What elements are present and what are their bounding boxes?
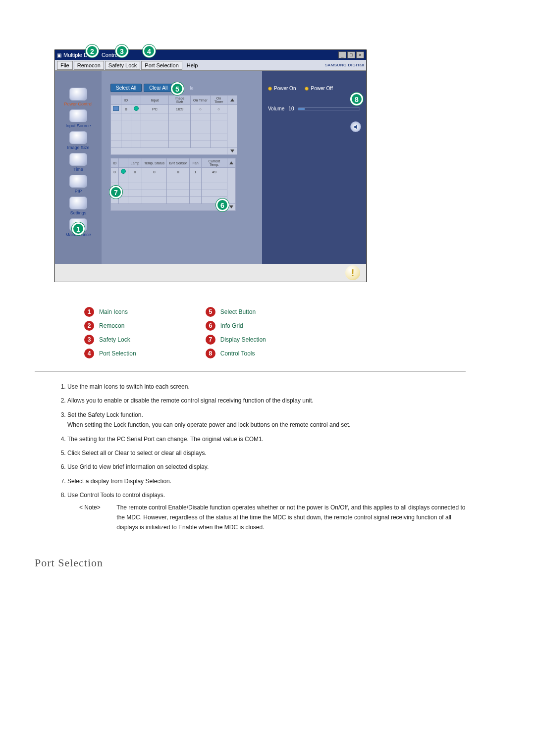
mdc-app-window: 2 3 4 5 8 6 7 1 ▣ Multiple D Control _ □… <box>54 50 367 282</box>
grid1-h5: On Timer <box>191 96 211 105</box>
volume-label: Volume <box>268 106 284 111</box>
grid1-scroll-up[interactable] <box>227 96 237 105</box>
select-all-button[interactable]: Select All <box>110 84 142 92</box>
max-button[interactable]: □ <box>347 51 355 58</box>
callout-7: 7 <box>109 186 122 199</box>
legend: 1Main Icons 2Remocon 3Safety Lock 4Port … <box>84 307 476 362</box>
settings-icon <box>69 197 87 209</box>
callout-5: 5 <box>171 82 184 95</box>
g2-h1 <box>119 158 128 168</box>
menu-port-selection[interactable]: Port Selection <box>141 61 182 70</box>
desc-8: Use Control Tools to control displays. <… <box>67 490 476 533</box>
sidebar-pip[interactable]: PIP <box>55 173 102 195</box>
legend-num-5: 5 <box>206 307 215 317</box>
grid1-ontimer2: ○ <box>211 105 227 113</box>
sidebar-settings[interactable]: Settings <box>55 195 102 216</box>
window-titlebar: ▣ Multiple D Control _ □ × <box>55 50 366 60</box>
close-button[interactable]: × <box>356 51 364 58</box>
legend-link-3[interactable]: Safety Lock <box>99 336 130 343</box>
center-panel: Select All Clear All le ID Input Image S… <box>102 71 262 264</box>
g2-h0: ID <box>111 158 119 168</box>
status-led-icon <box>134 106 139 111</box>
g2-h6: Current Temp. <box>202 158 227 168</box>
legend-num-8: 8 <box>206 349 215 358</box>
sidebar-label: Image Size <box>67 145 89 150</box>
volume-slider[interactable] <box>298 107 360 110</box>
min-button[interactable]: _ <box>338 51 346 58</box>
grid1-h3: Input <box>141 96 169 105</box>
grid1-scroll-dn[interactable] <box>227 148 237 155</box>
sidebar-power-control[interactable]: Power Control <box>55 86 102 107</box>
desc-1: Use the main icons to switch into each s… <box>67 382 476 392</box>
desc-4: The setting for the PC Serial Port can c… <box>67 434 476 444</box>
g2-h4: B/R Sensor <box>167 158 190 168</box>
sidebar-label: PIP <box>75 189 82 194</box>
grid1-h6: On Timer <box>211 96 227 105</box>
g2-h3: Temp. Status <box>142 158 167 168</box>
sidebar-time[interactable]: Time <box>55 151 102 173</box>
legend-link-5[interactable]: Select Button <box>220 308 256 315</box>
display-grid[interactable]: ID Input Image Size On Timer On Timer 0 … <box>110 95 237 155</box>
g2-id: 0 <box>111 168 119 176</box>
grid1-h1: ID <box>121 96 131 105</box>
pip-icon <box>69 175 87 188</box>
g2-fan: 1 <box>190 168 202 176</box>
g2-lamp: 0 <box>128 168 142 176</box>
title-prefix: Multiple D <box>63 52 88 58</box>
power-off-button[interactable]: Power Off <box>305 86 332 91</box>
desc-3: Set the Safety Lock function. When setti… <box>67 410 476 430</box>
legend-link-2[interactable]: Remocon <box>99 322 124 329</box>
speaker-icon[interactable] <box>350 121 361 132</box>
sidebar-label: Input Source <box>65 123 91 128</box>
app-icon: ▣ <box>57 52 61 58</box>
volume-value: 10 <box>288 106 294 111</box>
g2-h2: Lamp <box>128 158 142 168</box>
dot-icon <box>305 87 309 91</box>
g2-scroll-up[interactable] <box>227 158 236 168</box>
grid1-h4: Image Size <box>169 96 191 105</box>
desc-3b: When setting the Lock function, you can … <box>67 421 351 428</box>
desc-3a: Set the Safety Lock function. <box>67 411 143 418</box>
callout-3: 3 <box>115 45 128 57</box>
sidebar-label: Settings <box>70 210 87 215</box>
sidebar-label: Power Control <box>64 101 92 106</box>
time-icon <box>69 153 87 166</box>
callout-8: 8 <box>350 93 363 105</box>
clear-all-button[interactable]: Clear All <box>144 84 173 92</box>
legend-link-1[interactable]: Main Icons <box>99 308 128 315</box>
grid1-id: 0 <box>121 105 131 113</box>
divider <box>35 371 466 372</box>
chevron-up-icon <box>230 99 234 101</box>
legend-link-8[interactable]: Control Tools <box>220 350 255 357</box>
power-on-button[interactable]: Power On <box>268 86 296 91</box>
sidebar-image-size[interactable]: Image Size <box>55 129 102 151</box>
g2-temp-status: 0 <box>142 168 167 176</box>
legend-num-6: 6 <box>206 321 215 331</box>
chevron-down-icon <box>229 205 233 208</box>
menubar: File Remocon Safety Lock Port Selection … <box>55 60 366 71</box>
dot-icon <box>268 87 272 91</box>
desc-8-text: Use Control Tools to control displays. <box>67 492 165 499</box>
grid1-h2 <box>131 96 141 105</box>
note-text: The remote control Enable/Disable functi… <box>116 503 473 533</box>
menu-help[interactable]: Help <box>183 61 202 70</box>
callout-4: 4 <box>143 45 156 57</box>
desc-2: Allows you to enable or disable the remo… <box>67 396 476 405</box>
legend-link-7[interactable]: Display Selection <box>220 336 266 343</box>
statusbar: ! <box>55 264 366 282</box>
callout-2: 2 <box>86 45 99 57</box>
display-thumb <box>113 106 119 111</box>
legend-num-1: 1 <box>84 307 94 317</box>
g2-ctemp: 49 <box>202 168 227 176</box>
power-off-label: Power Off <box>311 86 332 91</box>
note-label: < Note> <box>79 503 115 512</box>
desc-6: Use Grid to view brief information on se… <box>67 462 476 472</box>
note: < Note> The remote control Enable/Disabl… <box>79 503 476 533</box>
legend-link-4[interactable]: Port Selection <box>99 350 136 357</box>
legend-link-6[interactable]: Info Grid <box>220 322 243 329</box>
menu-file[interactable]: File <box>57 61 73 70</box>
menu-remocon[interactable]: Remocon <box>74 61 104 70</box>
grid1-ontimer: ○ <box>191 105 211 113</box>
sidebar-input-source[interactable]: Input Source <box>55 107 102 129</box>
menu-safety-lock[interactable]: Safety Lock <box>105 61 140 70</box>
